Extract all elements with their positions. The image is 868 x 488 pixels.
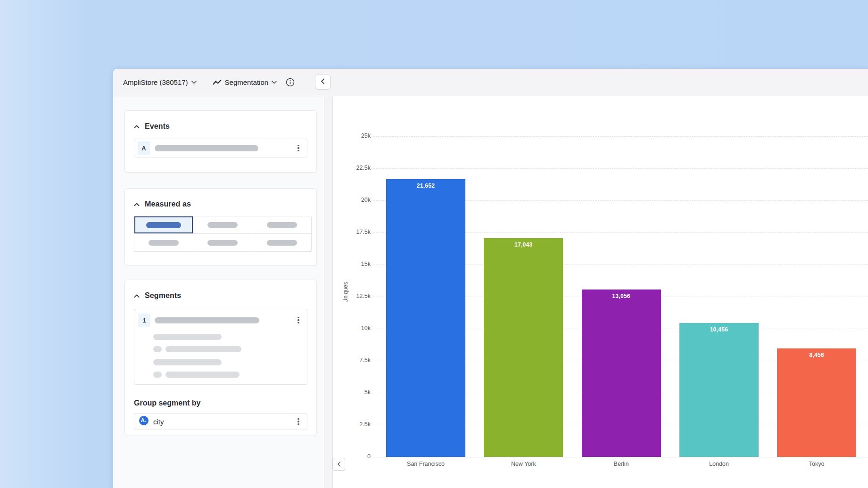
chevron-up-icon [134,200,140,208]
bar-london[interactable] [679,323,759,457]
measure-option[interactable] [193,234,252,251]
sidebar: Events A Measured as [113,97,324,488]
property-circle-a-icon: A [139,416,149,427]
measure-option[interactable] [252,216,311,234]
segment-operator-placeholder [153,372,162,378]
event-name-placeholder [155,145,258,151]
bar-tokyo[interactable] [777,348,856,457]
chart-type-label: Segmentation [225,78,269,86]
segment-name-placeholder [155,317,259,323]
chevron-up-icon [134,291,140,300]
info-icon[interactable] [285,77,295,87]
bar-san-francisco[interactable] [386,179,465,457]
chart-panel-collapse-button[interactable] [332,458,345,471]
chevron-left-icon [337,460,341,469]
measure-option[interactable] [193,216,252,234]
segment-filter-placeholder [165,372,240,378]
kebab-menu-icon[interactable] [294,315,303,325]
segment-filter-placeholder [153,359,222,365]
group-segment-by-label: Group segment by [134,399,307,407]
segment-badge: 1 [138,314,150,327]
panel-header: AmpliStore (380517) Segmentation [113,69,868,96]
trend-line-icon [213,79,222,85]
measured-as-title: Measured as [145,200,191,208]
measure-option[interactable] [134,234,193,251]
kebab-menu-icon[interactable] [294,416,303,427]
measured-as-section-toggle[interactable]: Measured as [134,200,307,208]
project-selector[interactable]: AmpliStore (380517) [121,75,198,89]
segment-definition-box[interactable]: 1 [134,309,307,385]
segments-section-toggle[interactable]: Segments [134,291,307,300]
event-badge: A [138,141,150,155]
measured-as-card: Measured as [124,188,317,265]
chevron-down-icon [191,81,197,84]
group-by-property-row[interactable]: A city [134,413,307,430]
events-section-toggle[interactable]: Events [134,122,307,131]
measure-option-selected[interactable] [134,216,193,234]
measured-as-options-grid [134,216,312,252]
event-row[interactable]: A [134,139,307,157]
segment-filter-placeholder [153,334,222,340]
segment-operator-placeholder [153,346,162,352]
bar-new-york[interactable] [484,238,563,457]
segments-title: Segments [145,291,181,300]
events-card: Events A [124,110,317,173]
kebab-menu-icon[interactable] [294,143,303,153]
segment-filter-placeholder [165,346,241,352]
sidebar-collapse-button[interactable] [315,74,331,90]
events-title: Events [145,122,170,131]
chevron-left-icon [321,78,325,86]
segments-card: Segments 1 Group segment by A c [124,280,317,435]
bar-berlin[interactable] [582,289,661,457]
measure-option[interactable] [252,234,311,251]
project-selector-label: AmpliStore (380517) [123,78,188,86]
chart-type-selector[interactable]: Segmentation [211,75,279,89]
chevron-down-icon [272,81,277,84]
chevron-up-icon [134,122,140,131]
group-by-property-value: city [153,418,164,426]
